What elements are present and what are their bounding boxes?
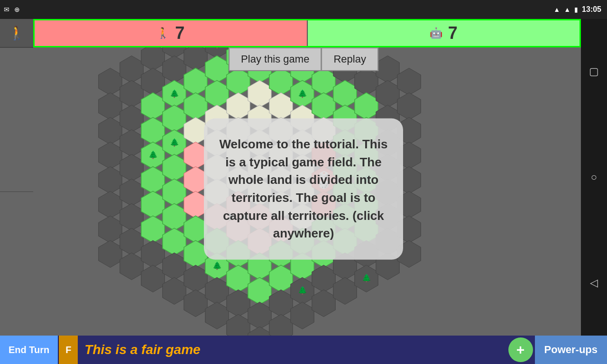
sidebar-upper-half	[0, 47, 33, 191]
powerups-button[interactable]: Power-ups	[535, 336, 607, 364]
player-score-figure: 🚶	[156, 27, 169, 39]
status-bar: ✉ ⊕ ▲ ▲ ▮ 13:05	[0, 0, 607, 19]
battery-icon: ▮	[574, 6, 578, 13]
nav-circle-button[interactable]: ○	[586, 169, 603, 186]
player-icon-box: 🚶	[0, 19, 33, 47]
status-left-icons: ✉ ⊕	[4, 0, 20, 19]
player-figure-icon: 🚶	[9, 25, 25, 41]
nav-bar: ▢ ○ ◁	[581, 19, 607, 336]
nav-back-button[interactable]: ◁	[586, 274, 603, 291]
ai-score-section: 🤖 7	[308, 20, 580, 46]
sidebar-lower	[0, 47, 33, 336]
dialog-buttons: Play this game Replay	[229, 47, 378, 71]
signal-icon: ▲	[564, 6, 570, 13]
score-bar: 🚶 7 🤖 7	[33, 19, 581, 47]
sidebar-lower-half	[0, 191, 33, 336]
flag-button[interactable]: F	[59, 336, 78, 364]
ai-score-figure: 🤖	[430, 27, 442, 39]
clock: 13:05	[582, 5, 601, 14]
plus-button[interactable]: +	[508, 337, 533, 362]
wifi-icon: ▲	[553, 6, 560, 13]
left-sidebar: 🚶	[0, 19, 33, 336]
end-turn-button[interactable]: End Turn	[0, 336, 59, 364]
tutorial-message: Welcome to the tutorial. This is a typic…	[219, 136, 388, 243]
ai-score-number: 7	[448, 23, 458, 43]
play-this-game-button[interactable]: Play this game	[229, 47, 321, 71]
tutorial-popup[interactable]: Welcome to the tutorial. This is a typic…	[204, 118, 403, 260]
fair-game-text: This is a fair game	[78, 342, 508, 357]
mail-icon: ✉	[4, 6, 9, 13]
replay-button[interactable]: Replay	[321, 47, 378, 71]
bottom-bar: End Turn F This is a fair game + Power-u…	[0, 336, 607, 364]
android-icon: ⊕	[14, 6, 20, 13]
player-score-section: 🚶 7	[35, 20, 308, 46]
nav-square-button[interactable]: ▢	[586, 63, 603, 80]
player-score-number: 7	[175, 23, 184, 43]
